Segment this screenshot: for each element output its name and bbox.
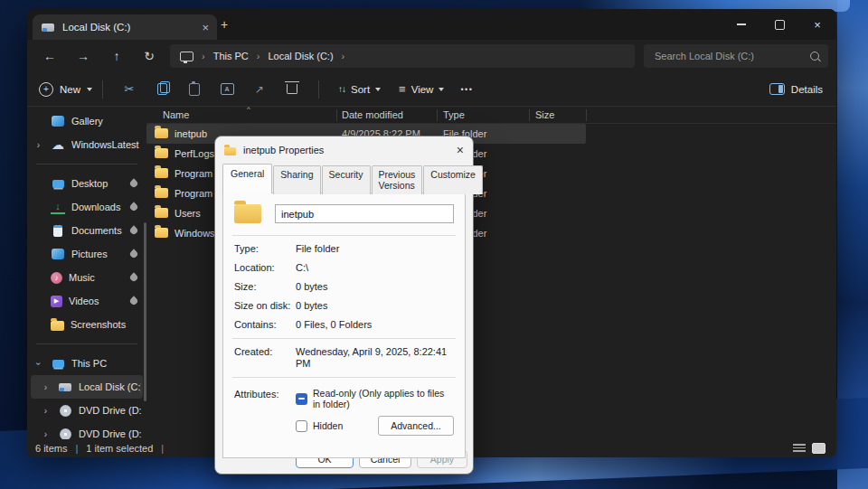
readonly-label: Read-only (Only applies to files in fold… — [313, 388, 454, 409]
sidebar-item-desktop[interactable]: Desktop — [31, 172, 143, 195]
readonly-checkbox[interactable] — [296, 393, 307, 405]
dialog-close-button[interactable]: × — [457, 144, 464, 156]
copy-icon — [157, 83, 167, 95]
pin-icon — [128, 296, 138, 306]
explorer-tab[interactable]: Local Disk (C:) × — [33, 14, 217, 40]
chevron-right-icon[interactable]: › — [33, 140, 44, 150]
sidebar-item-videos[interactable]: ▶Videos — [31, 289, 143, 313]
more-options-button[interactable]: ••• — [460, 85, 473, 94]
field-value: C:\ — [296, 262, 454, 274]
column-header-type[interactable]: Type — [443, 109, 465, 120]
sidebar-item-dvd-drive-d-c[interactable]: ›DVD Drive (D:) C — [31, 422, 143, 439]
chevron-down-icon[interactable]: › — [33, 358, 43, 370]
sidebar-item-screenshots[interactable]: Screenshots — [31, 313, 143, 336]
field-value: 0 bytes — [296, 300, 454, 312]
sidebar-item-windowslatest[interactable]: ›☁WindowsLatest — [31, 133, 143, 156]
advanced-button[interactable]: Advanced... — [378, 416, 454, 436]
breadcrumb-this-pc[interactable]: This PC — [213, 51, 249, 61]
properties-dialog: inetpub Properties × GeneralSharingSecur… — [214, 136, 474, 475]
breadcrumb-local-disk-c[interactable]: Local Disk (C:) — [268, 51, 333, 61]
share-button[interactable]: ↗ — [243, 76, 276, 103]
chevron-right-icon: › — [202, 51, 205, 61]
folder-icon — [155, 168, 168, 178]
sidebar-divider — [36, 343, 137, 344]
icons-view-toggle[interactable] — [812, 443, 826, 454]
view-button[interactable]: ≡ View — [399, 82, 444, 96]
minimize-icon — [737, 24, 746, 24]
tab-close-button[interactable]: × — [202, 22, 209, 33]
sidebar-item-dvd-drive-d[interactable]: ›DVD Drive (D:) — [31, 399, 143, 422]
toolbar: + New ✂ ↗ ↑↓ Sort ≡ View ••• — [27, 72, 836, 107]
hidden-checkbox[interactable] — [296, 420, 307, 432]
paste-button[interactable] — [178, 76, 211, 103]
sidebar-item-local-disk-c[interactable]: ›Local Disk (C:) — [31, 375, 143, 399]
pin-icon — [128, 202, 138, 212]
delete-button[interactable] — [276, 76, 308, 103]
field-value: 0 bytes — [296, 281, 454, 293]
sidebar-item-music[interactable]: ♪Music — [31, 266, 143, 289]
address-bar[interactable]: ›This PC›Local Disk (C:)› — [170, 44, 635, 68]
close-button[interactable]: × — [798, 9, 836, 40]
sidebar-item-documents[interactable]: Documents — [31, 219, 143, 242]
paste-icon — [189, 83, 200, 96]
chevron-right-icon[interactable]: › — [40, 406, 52, 416]
sidebar-item-pictures[interactable]: Pictures — [31, 242, 143, 266]
dvd-icon — [58, 427, 72, 439]
tab-sharing[interactable]: Sharing — [273, 165, 320, 194]
sort-label: Sort — [351, 84, 370, 95]
folder-name-input[interactable] — [275, 204, 454, 223]
search-input[interactable] — [653, 50, 810, 62]
tab-security[interactable]: Security — [322, 165, 371, 194]
drive-icon — [58, 380, 72, 394]
music-icon: ♪ — [51, 272, 62, 284]
attributes-row: Attributes: Read-only (Only applies to f… — [223, 381, 465, 442]
field-value: 0 Files, 0 Folders — [296, 319, 454, 331]
back-button[interactable]: ← — [36, 40, 63, 72]
column-header-size[interactable]: Size — [535, 109, 554, 120]
column-header-name[interactable]: Name — [163, 109, 189, 120]
up-button[interactable]: ↑ — [103, 40, 130, 72]
tab-previous-versions[interactable]: Previous Versions — [372, 165, 423, 194]
chevron-right-icon[interactable]: › — [40, 382, 52, 392]
sidebar-item-label: Gallery — [71, 116, 141, 127]
videos-icon: ▶ — [51, 296, 62, 307]
view-label: View — [411, 84, 434, 95]
maximize-button[interactable] — [760, 9, 798, 40]
field-label: Size on disk: — [234, 300, 296, 312]
forward-button[interactable]: → — [70, 40, 97, 72]
sidebar-item-downloads[interactable]: ↓Downloads — [31, 195, 143, 219]
new-tab-button[interactable]: + — [213, 14, 235, 35]
column-divider — [336, 109, 337, 121]
minimize-button[interactable] — [722, 9, 760, 40]
details-view-toggle[interactable] — [793, 444, 806, 454]
tab-customize[interactable]: Customize — [423, 165, 483, 194]
column-headers: NameDate modifiedTypeSize^ — [146, 107, 836, 124]
refresh-button[interactable]: ↻ — [136, 40, 163, 72]
copy-button[interactable] — [146, 76, 178, 103]
tab-bar: Local Disk (C:) × + × — [27, 9, 836, 40]
pictures-icon — [51, 247, 65, 261]
navigation-pane: Gallery›☁WindowsLatestDesktop↓DownloadsD… — [27, 107, 146, 439]
sidebar-item-this-pc[interactable]: ›This PC — [31, 352, 143, 375]
search-box[interactable] — [644, 44, 828, 68]
sidebar-item-label: DVD Drive (D:) — [79, 405, 141, 416]
tab-general[interactable]: General — [222, 164, 272, 193]
file-name: Users — [175, 208, 201, 219]
sidebar-item-label: DVD Drive (D:) C — [79, 428, 141, 439]
field-row-location: Location:C:\ — [223, 259, 465, 277]
column-divider — [586, 109, 587, 121]
sort-button[interactable]: ↑↓ Sort — [338, 84, 381, 95]
field-label: Type: — [234, 243, 296, 255]
cut-button[interactable]: ✂ — [113, 76, 146, 103]
selected-count: 1 item selected — [86, 443, 153, 454]
new-button[interactable]: + New — [39, 82, 92, 97]
rename-button[interactable] — [211, 76, 243, 103]
sidebar-item-gallery[interactable]: Gallery — [31, 109, 143, 133]
column-header-date-modified[interactable]: Date modified — [342, 109, 403, 120]
chevron-right-icon[interactable]: › — [40, 429, 52, 439]
field-label: Size: — [234, 281, 296, 293]
pin-icon — [128, 272, 138, 282]
file-name: inetpub — [175, 128, 207, 139]
items-count: 6 items — [35, 443, 67, 454]
details-pane-button[interactable]: Details — [769, 83, 823, 95]
